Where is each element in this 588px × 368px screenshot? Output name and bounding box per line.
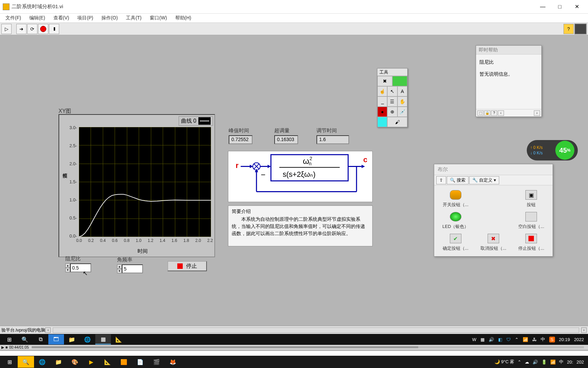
app-icon-1a[interactable]: 🗔 [48, 334, 64, 344]
network-speed-widget[interactable]: ↑ 0 K/s ↓ 0 K/s 45% [527, 140, 578, 160]
auto-tool-toggle[interactable] [392, 76, 407, 86]
highlight-button[interactable]: ⟳ [27, 24, 37, 34]
ctx-btn1[interactable]: ⬚ [477, 110, 484, 116]
menu-tool-icon[interactable]: ☰ [387, 96, 397, 107]
operate-tool-icon[interactable]: ☝ [377, 86, 387, 96]
abort-button[interactable] [38, 24, 48, 34]
menu-operate[interactable]: 操作(O) [97, 14, 122, 22]
switch-button-item[interactable]: 开关按钮（... [438, 190, 473, 208]
sogou-icon-1[interactable]: S [549, 337, 555, 342]
wifi-icon-1[interactable]: 📶 [523, 337, 528, 342]
led-item[interactable]: LED（银色） [438, 212, 473, 230]
wifi-icon-2[interactable]: 📶 [550, 359, 556, 365]
damping-spinner[interactable]: ▲ ▼ [65, 263, 70, 272]
xy-graph[interactable]: 曲线 0 3.0-2.5-2.0-1.5-1. [59, 114, 215, 257]
boolean-palette-title[interactable]: 布尔 [434, 164, 553, 175]
pause-button[interactable]: II [49, 24, 59, 34]
help-button[interactable]: ? [564, 24, 574, 34]
menu-view[interactable]: 查看(V) [49, 14, 74, 22]
position-tool-icon[interactable]: ↖ [387, 86, 397, 96]
wire-tool-icon[interactable]: ⎯ [377, 96, 387, 107]
app-icon-2c[interactable]: 🟧 [116, 356, 132, 368]
ok-button-item[interactable]: ✔ 确定按钮（... [438, 234, 473, 251]
menu-tools[interactable]: 工具(T) [122, 14, 146, 22]
chrome-icon-2[interactable]: 🌐 [34, 356, 50, 368]
cancel-button-item[interactable]: ✖ 取消按钮（... [475, 234, 511, 251]
tray-chevron-2[interactable]: ⌃ [518, 359, 521, 365]
search-icon-2[interactable]: 🔍 [18, 356, 34, 368]
app-icon-2b[interactable]: ▶ [83, 356, 99, 368]
context-help-panel[interactable]: 即时帮助 阻尼比 暂无说明信息。 ⬚ 🔒 ? ‹ › [476, 45, 542, 117]
ctx-btn3[interactable]: ? [491, 110, 497, 116]
ime-icon-1[interactable]: 中 [541, 336, 545, 342]
ime-icon-2[interactable]: 中 [559, 359, 564, 365]
clock-2[interactable]: 20: [567, 359, 573, 365]
volume-icon-1[interactable]: 🔊 [489, 337, 494, 342]
palette-custom-button[interactable]: 🔧 自定义▾ [469, 176, 499, 184]
app-icon-2d[interactable]: 📄 [132, 356, 148, 368]
scroll-tool-icon[interactable]: ✋ [397, 96, 407, 107]
damping-up-icon[interactable]: ▲ [65, 263, 70, 268]
start-button-2[interactable]: ⊞ [1, 356, 18, 368]
taskview-icon-1[interactable]: ⧉ [33, 334, 48, 344]
battery-icon[interactable]: 🔋 [541, 359, 547, 365]
minimize-button[interactable]: — [534, 2, 551, 12]
horizontal-scrollbar[interactable] [53, 327, 579, 333]
ctx-btn2[interactable]: 🔒 [484, 110, 490, 116]
clock-1[interactable]: 20:19 [559, 337, 570, 342]
tray-icon-blue[interactable]: ◧ [498, 337, 502, 342]
menu-edit[interactable]: 编辑(E) [25, 14, 49, 22]
palette-search-button[interactable]: 🔍 搜索 [447, 176, 469, 184]
explorer-icon-2[interactable]: 📁 [50, 356, 67, 368]
explorer-icon-1[interactable]: 📁 [64, 334, 80, 344]
frequency-input[interactable] [122, 264, 143, 273]
damping-down-icon[interactable]: ▼ [65, 268, 70, 272]
app-icon-2e[interactable]: 🎬 [148, 356, 165, 368]
onedrive-icon[interactable]: ☁ [525, 359, 529, 365]
labview-icon-1[interactable]: ▦ [95, 334, 111, 344]
damping-input[interactable] [70, 263, 91, 272]
start-button-1[interactable]: ⊞ [1, 334, 17, 344]
run-continuous-button[interactable]: ➜ [16, 24, 27, 34]
ctx-scroll-left[interactable]: ‹ [498, 110, 504, 116]
scroll-left-icon[interactable]: ‹ [45, 327, 51, 333]
menu-help[interactable]: 帮助(H) [171, 14, 195, 22]
chrome-icon-1[interactable]: 🌐 [80, 334, 95, 344]
tray-icon-w[interactable]: W [472, 337, 476, 342]
color-tool-brush-icon[interactable]: 🖌 [387, 117, 407, 127]
graph-legend[interactable]: 曲线 0 [179, 116, 213, 126]
run-button[interactable]: ▷ [1, 24, 12, 34]
tray-chevron-1[interactable]: ⌃ [515, 337, 519, 342]
matlab-icon-2[interactable]: 📐 [99, 356, 116, 368]
tray-icon-shield[interactable]: 🛡 [506, 337, 511, 342]
scroll-right-icon[interactable]: › [581, 327, 587, 333]
auto-tool-icon[interactable]: ✖ [377, 76, 392, 86]
context-help-title[interactable]: 即时帮助 [476, 46, 541, 55]
volume-icon-2[interactable]: 🔊 [533, 359, 538, 365]
menu-project[interactable]: 项目(P) [73, 14, 97, 22]
color-copy-tool-icon[interactable]: 💉 [397, 107, 407, 117]
tools-palette-title[interactable]: 工具 [377, 68, 407, 76]
vi-icon[interactable] [574, 24, 587, 34]
color-tool-fg[interactable] [377, 117, 387, 127]
video-stop-icon[interactable]: ■ [5, 345, 8, 349]
ctx-scroll-right[interactable]: › [534, 110, 540, 116]
maximize-button[interactable]: □ [551, 2, 568, 12]
menu-file[interactable]: 文件(F) [1, 14, 25, 22]
palette-up-button[interactable]: ⇧ [436, 176, 446, 184]
push-button-item[interactable]: ▣ 按钮 [513, 190, 549, 208]
matlab-icon-1[interactable]: 📐 [111, 334, 127, 344]
blank-button-item[interactable]: 空白按钮（... [513, 212, 549, 230]
stop-button-item[interactable]: 停止按钮（... [513, 234, 549, 251]
video-seekbar[interactable] [32, 346, 584, 348]
weather-2[interactable]: 🌙 9°C 雾 [494, 359, 514, 365]
video-progress-bar[interactable]: ▶ ■ 00:44/01:05 [0, 345, 588, 350]
network-icon-1[interactable]: 🖧 [532, 337, 537, 342]
menu-window[interactable]: 窗口(W) [146, 14, 171, 22]
video-play-icon[interactable]: ▶ [1, 345, 4, 350]
breakpoint-tool-icon[interactable]: ● [377, 107, 387, 117]
tools-palette[interactable]: 工具 ✖ ☝ ↖ A ⎯ ☰ ✋ ● ⊕ 💉 🖌 [377, 68, 408, 127]
text-tool-icon[interactable]: A [397, 86, 407, 96]
search-icon-1[interactable]: 🔍 [17, 334, 33, 344]
probe-tool-icon[interactable]: ⊕ [387, 107, 397, 117]
